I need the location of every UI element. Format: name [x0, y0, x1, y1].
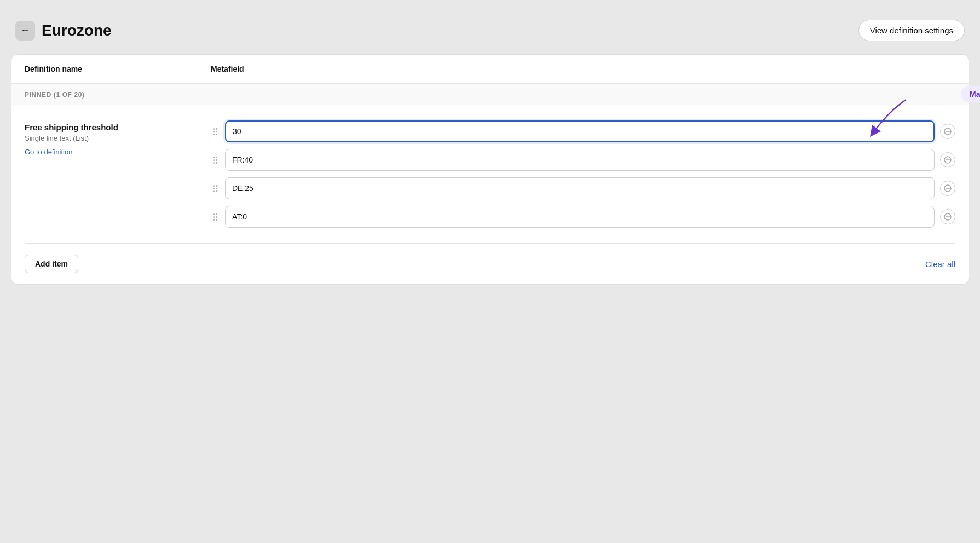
title-group: ← Eurozone	[15, 21, 112, 41]
pinned-label: PINNED (1 OF 20)	[25, 91, 85, 99]
remove-button-4[interactable]	[940, 209, 955, 224]
drag-handle-1[interactable]	[211, 126, 220, 137]
drag-handle-4[interactable]	[211, 211, 220, 223]
field-row-1: Market default	[211, 120, 955, 142]
page-title: Eurozone	[42, 22, 112, 39]
page-header: ← Eurozone View definition settings	[11, 11, 969, 54]
field-input-4[interactable]	[225, 206, 935, 228]
field-input-3[interactable]	[225, 177, 935, 199]
fields-annotation-container: Market default	[211, 120, 955, 228]
field-input-2[interactable]	[225, 149, 935, 171]
remove-button-3[interactable]	[940, 181, 955, 196]
col-definition-name-header: Definition name	[25, 65, 211, 73]
col-metafield-header: Metafield	[211, 65, 955, 73]
fields-area: Market default	[211, 120, 955, 228]
go-to-definition-link[interactable]: Go to definition	[25, 148, 72, 156]
definition-info: Free shipping threshold Single line text…	[25, 120, 211, 157]
clear-all-button[interactable]: Clear all	[925, 259, 955, 269]
field-row-3: Threshold set to 25 for Germany	[211, 177, 955, 199]
add-item-button[interactable]: Add item	[25, 255, 78, 273]
main-card: Definition name Metafield PINNED (1 OF 2…	[11, 54, 969, 285]
back-button[interactable]: ←	[15, 21, 35, 41]
view-definition-settings-button[interactable]: View definition settings	[858, 20, 965, 41]
metafield-row: Free shipping threshold Single line text…	[11, 105, 969, 243]
definition-type: Single line text (List)	[25, 134, 211, 142]
minus-icon-2	[944, 156, 952, 164]
drag-handle-3[interactable]	[211, 183, 220, 194]
minus-icon-1	[944, 128, 952, 135]
definition-name: Free shipping threshold	[25, 123, 211, 132]
minus-icon-4	[944, 213, 952, 221]
field-input-1[interactable]	[225, 120, 935, 142]
remove-button-1[interactable]	[940, 124, 955, 139]
field-row-4: Feature disabled for Austria	[211, 206, 955, 228]
bottom-actions: Add item Clear all	[11, 244, 969, 284]
field-row-2: Threshold set to 40 for France	[211, 149, 955, 171]
drag-handle-2[interactable]	[211, 154, 220, 166]
remove-button-2[interactable]	[940, 152, 955, 167]
table-header: Definition name Metafield	[11, 55, 969, 84]
pinned-section: PINNED (1 OF 20)	[11, 84, 969, 105]
minus-icon-3	[944, 184, 952, 192]
